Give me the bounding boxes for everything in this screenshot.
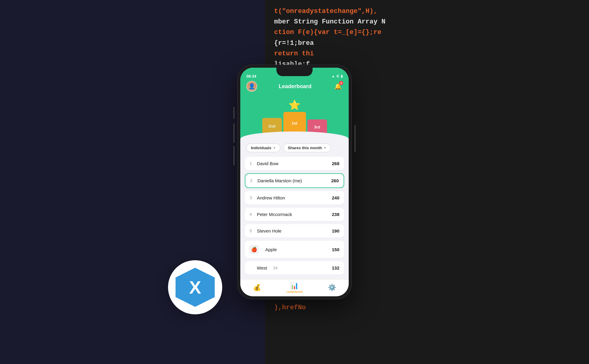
nav-item-settings[interactable]: ⚙️ <box>328 284 336 292</box>
rewards-icon: 💰 <box>253 284 261 292</box>
player-name: Andrew Hilton <box>257 195 285 200</box>
nav-label-leaderboard: Leaderboard <box>286 290 303 293</box>
filters-bar: Individuals ▼ Shares this month ▼ <box>240 139 349 155</box>
notch <box>276 68 313 76</box>
list-item: 1 David Bow 268 <box>245 157 344 170</box>
list-item-current-user: 2 Daniella Marston (me) 260 <box>245 173 344 188</box>
xamarin-logo: X <box>176 268 215 307</box>
rank-label: 2 <box>250 178 254 183</box>
player-score: 260 <box>331 178 339 183</box>
first-place-block: 1st <box>283 112 306 134</box>
list-item-left: 5 Steven Hole <box>250 228 282 233</box>
battery-icon: ▮ <box>341 74 343 78</box>
company-logo: 🍎 <box>250 245 259 254</box>
player-name: Daniella Marston (me) <box>257 178 302 183</box>
period-filter[interactable]: Shares this month ▼ <box>283 143 331 152</box>
bottom-navigation: 💰 📊 Leaderboard ⚙️ <box>240 279 349 296</box>
rank-label: 3 <box>250 196 253 200</box>
chevron-down-icon: ▼ <box>323 146 326 150</box>
settings-icon: ⚙️ <box>328 284 336 292</box>
status-icons: ▲ ∈ ▮ <box>332 74 343 78</box>
phone-device: 08:34 ▲ ∈ ▮ 👤 Leaderboard 🔔 4 <box>237 65 352 299</box>
list-item-left: 1 David Bow <box>250 161 279 166</box>
xamarin-letter: X <box>189 277 201 298</box>
rank-label: 1 <box>250 161 253 166</box>
power-button <box>354 125 356 152</box>
chevron-down-icon: ▼ <box>273 146 276 150</box>
wifi-icon: ∈ <box>336 74 339 78</box>
category-filter[interactable]: Individuals ▼ <box>246 143 280 152</box>
player-score: 240 <box>332 195 339 200</box>
podium-first: ⭐ 1st <box>283 99 306 134</box>
list-item: 3 Andrew Hilton 240 <box>245 191 344 205</box>
list-item-left: 4 Peter Mccormack <box>250 212 292 217</box>
volume-up-button <box>233 123 235 143</box>
player-name: David Bow <box>257 161 279 166</box>
notification-bell[interactable]: 🔔 4 <box>333 82 343 91</box>
main-scene: X 08:34 ▲ ∈ ▮ 👤 <box>159 32 430 332</box>
rank-label: 5 <box>250 229 253 233</box>
nav-item-leaderboard[interactable]: 📊 Leaderboard <box>286 282 303 293</box>
category-label: Individuals <box>251 146 271 150</box>
list-item-left: 2 Daniella Marston (me) <box>250 178 302 183</box>
list-item-left: 🍎 Apple <box>250 245 277 254</box>
company-score: 150 <box>332 247 339 252</box>
leaderboard-icon: 📊 <box>290 282 298 290</box>
list-item-left: 3 Andrew Hilton <box>250 195 285 200</box>
leaderboard-list: 1 David Bow 268 2 Daniella Marston (me) … <box>240 155 349 279</box>
header-top: 👤 Leaderboard 🔔 4 <box>246 81 343 92</box>
avatar-image: 👤 <box>247 82 257 91</box>
status-time: 08:34 <box>246 74 256 79</box>
app-header: 👤 Leaderboard 🔔 4 <box>240 81 349 99</box>
notification-badge: 4 <box>339 81 343 85</box>
code-line: mber String Function Array N <box>274 17 580 27</box>
list-item: 5 Steven Hole 190 <box>245 224 344 238</box>
list-item: 4 Peter Mccormack 238 <box>245 208 344 221</box>
company-name: Apple <box>265 247 277 252</box>
extra-value: 14 <box>273 266 277 270</box>
period-label: Shares this month <box>288 146 322 150</box>
star-icon: ⭐ <box>288 99 301 111</box>
nav-item-rewards[interactable]: 💰 <box>253 284 261 292</box>
code-line: t("onreadystatechange",H), <box>274 6 580 17</box>
player-score: 132 <box>332 265 339 270</box>
volume-down-button <box>233 146 235 165</box>
volume-silent-button <box>233 107 235 119</box>
player-name: Peter Mccormack <box>257 212 292 217</box>
phone-screen: 08:34 ▲ ∈ ▮ 👤 Leaderboard 🔔 4 <box>240 68 349 296</box>
signal-icon: ▲ <box>332 74 335 78</box>
list-item-partial: West 14 132 <box>245 261 344 275</box>
xamarin-badge: X <box>168 260 222 314</box>
rank-label: 4 <box>250 212 253 217</box>
list-item-company: 🍎 Apple 150 <box>245 241 344 258</box>
player-name: West <box>257 265 267 270</box>
player-name: Steven Hole <box>257 228 282 233</box>
page-title: Leaderboard <box>279 83 311 90</box>
podium-area: 2nd ⭐ 1st 3rd <box>240 99 349 134</box>
player-score: 268 <box>332 161 339 166</box>
player-score: 190 <box>332 228 339 233</box>
avatar[interactable]: 👤 <box>246 81 257 92</box>
player-score: 238 <box>332 212 339 217</box>
list-item-left: West 14 <box>250 265 277 270</box>
